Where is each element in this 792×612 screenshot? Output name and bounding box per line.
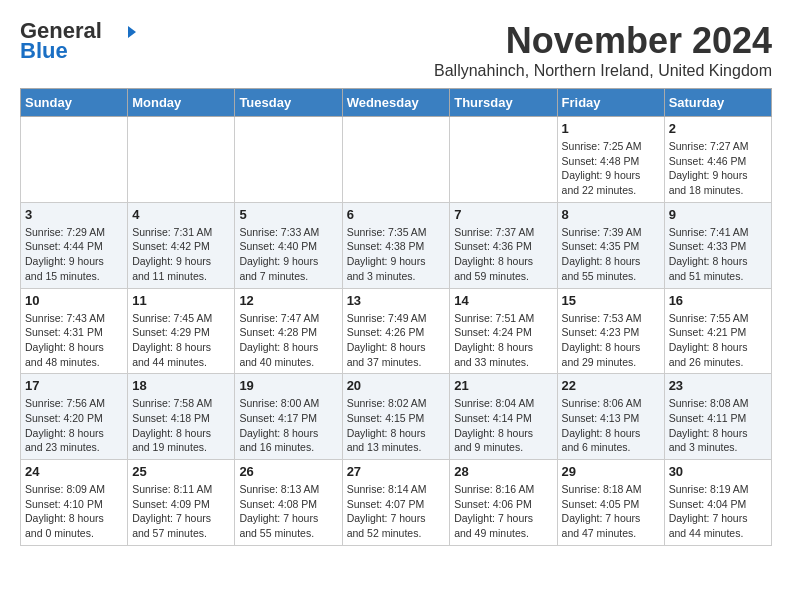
table-row: 14Sunrise: 7:51 AM Sunset: 4:24 PM Dayli… — [450, 288, 557, 374]
day-info: Sunrise: 7:58 AM Sunset: 4:18 PM Dayligh… — [132, 396, 230, 455]
day-number: 18 — [132, 378, 230, 393]
logo-arrow-icon — [108, 23, 136, 41]
table-row: 24Sunrise: 8:09 AM Sunset: 4:10 PM Dayli… — [21, 460, 128, 546]
logo: General Blue — [20, 20, 136, 64]
table-row: 21Sunrise: 8:04 AM Sunset: 4:14 PM Dayli… — [450, 374, 557, 460]
table-row: 9Sunrise: 7:41 AM Sunset: 4:33 PM Daylig… — [664, 202, 771, 288]
table-row: 26Sunrise: 8:13 AM Sunset: 4:08 PM Dayli… — [235, 460, 342, 546]
day-info: Sunrise: 7:39 AM Sunset: 4:35 PM Dayligh… — [562, 225, 660, 284]
day-number: 4 — [132, 207, 230, 222]
calendar-week-row: 3Sunrise: 7:29 AM Sunset: 4:44 PM Daylig… — [21, 202, 772, 288]
day-number: 8 — [562, 207, 660, 222]
day-number: 16 — [669, 293, 767, 308]
calendar-week-row: 17Sunrise: 7:56 AM Sunset: 4:20 PM Dayli… — [21, 374, 772, 460]
day-info: Sunrise: 8:09 AM Sunset: 4:10 PM Dayligh… — [25, 482, 123, 541]
day-number: 2 — [669, 121, 767, 136]
month-year-title: November 2024 — [434, 20, 772, 62]
table-row: 6Sunrise: 7:35 AM Sunset: 4:38 PM Daylig… — [342, 202, 450, 288]
day-number: 13 — [347, 293, 446, 308]
day-number: 6 — [347, 207, 446, 222]
day-info: Sunrise: 8:13 AM Sunset: 4:08 PM Dayligh… — [239, 482, 337, 541]
calendar-table: Sunday Monday Tuesday Wednesday Thursday… — [20, 88, 772, 546]
table-row — [235, 117, 342, 203]
table-row: 15Sunrise: 7:53 AM Sunset: 4:23 PM Dayli… — [557, 288, 664, 374]
table-row: 23Sunrise: 8:08 AM Sunset: 4:11 PM Dayli… — [664, 374, 771, 460]
table-row: 27Sunrise: 8:14 AM Sunset: 4:07 PM Dayli… — [342, 460, 450, 546]
table-row — [450, 117, 557, 203]
day-info: Sunrise: 7:49 AM Sunset: 4:26 PM Dayligh… — [347, 311, 446, 370]
table-row: 7Sunrise: 7:37 AM Sunset: 4:36 PM Daylig… — [450, 202, 557, 288]
table-row: 1Sunrise: 7:25 AM Sunset: 4:48 PM Daylig… — [557, 117, 664, 203]
table-row: 20Sunrise: 8:02 AM Sunset: 4:15 PM Dayli… — [342, 374, 450, 460]
table-row: 13Sunrise: 7:49 AM Sunset: 4:26 PM Dayli… — [342, 288, 450, 374]
day-number: 19 — [239, 378, 337, 393]
day-number: 26 — [239, 464, 337, 479]
day-info: Sunrise: 8:06 AM Sunset: 4:13 PM Dayligh… — [562, 396, 660, 455]
day-info: Sunrise: 8:02 AM Sunset: 4:15 PM Dayligh… — [347, 396, 446, 455]
col-wednesday: Wednesday — [342, 89, 450, 117]
day-info: Sunrise: 7:25 AM Sunset: 4:48 PM Dayligh… — [562, 139, 660, 198]
col-saturday: Saturday — [664, 89, 771, 117]
day-info: Sunrise: 8:19 AM Sunset: 4:04 PM Dayligh… — [669, 482, 767, 541]
day-number: 15 — [562, 293, 660, 308]
calendar-week-row: 10Sunrise: 7:43 AM Sunset: 4:31 PM Dayli… — [21, 288, 772, 374]
day-number: 25 — [132, 464, 230, 479]
day-number: 24 — [25, 464, 123, 479]
day-info: Sunrise: 7:27 AM Sunset: 4:46 PM Dayligh… — [669, 139, 767, 198]
day-info: Sunrise: 7:47 AM Sunset: 4:28 PM Dayligh… — [239, 311, 337, 370]
table-row: 10Sunrise: 7:43 AM Sunset: 4:31 PM Dayli… — [21, 288, 128, 374]
day-info: Sunrise: 7:53 AM Sunset: 4:23 PM Dayligh… — [562, 311, 660, 370]
table-row: 17Sunrise: 7:56 AM Sunset: 4:20 PM Dayli… — [21, 374, 128, 460]
day-number: 11 — [132, 293, 230, 308]
table-row: 5Sunrise: 7:33 AM Sunset: 4:40 PM Daylig… — [235, 202, 342, 288]
day-info: Sunrise: 8:11 AM Sunset: 4:09 PM Dayligh… — [132, 482, 230, 541]
table-row: 28Sunrise: 8:16 AM Sunset: 4:06 PM Dayli… — [450, 460, 557, 546]
day-info: Sunrise: 7:55 AM Sunset: 4:21 PM Dayligh… — [669, 311, 767, 370]
table-row: 4Sunrise: 7:31 AM Sunset: 4:42 PM Daylig… — [128, 202, 235, 288]
day-number: 28 — [454, 464, 552, 479]
table-row — [21, 117, 128, 203]
table-row: 25Sunrise: 8:11 AM Sunset: 4:09 PM Dayli… — [128, 460, 235, 546]
day-number: 29 — [562, 464, 660, 479]
day-info: Sunrise: 8:04 AM Sunset: 4:14 PM Dayligh… — [454, 396, 552, 455]
day-info: Sunrise: 7:37 AM Sunset: 4:36 PM Dayligh… — [454, 225, 552, 284]
col-tuesday: Tuesday — [235, 89, 342, 117]
day-number: 10 — [25, 293, 123, 308]
day-info: Sunrise: 8:16 AM Sunset: 4:06 PM Dayligh… — [454, 482, 552, 541]
calendar-week-row: 24Sunrise: 8:09 AM Sunset: 4:10 PM Dayli… — [21, 460, 772, 546]
day-info: Sunrise: 7:31 AM Sunset: 4:42 PM Dayligh… — [132, 225, 230, 284]
table-row: 29Sunrise: 8:18 AM Sunset: 4:05 PM Dayli… — [557, 460, 664, 546]
table-row: 2Sunrise: 7:27 AM Sunset: 4:46 PM Daylig… — [664, 117, 771, 203]
day-info: Sunrise: 7:33 AM Sunset: 4:40 PM Dayligh… — [239, 225, 337, 284]
day-number: 12 — [239, 293, 337, 308]
day-number: 7 — [454, 207, 552, 222]
col-friday: Friday — [557, 89, 664, 117]
day-number: 14 — [454, 293, 552, 308]
day-info: Sunrise: 7:43 AM Sunset: 4:31 PM Dayligh… — [25, 311, 123, 370]
table-row: 30Sunrise: 8:19 AM Sunset: 4:04 PM Dayli… — [664, 460, 771, 546]
day-number: 22 — [562, 378, 660, 393]
table-row: 22Sunrise: 8:06 AM Sunset: 4:13 PM Dayli… — [557, 374, 664, 460]
table-row: 3Sunrise: 7:29 AM Sunset: 4:44 PM Daylig… — [21, 202, 128, 288]
day-number: 9 — [669, 207, 767, 222]
table-row — [342, 117, 450, 203]
day-info: Sunrise: 7:41 AM Sunset: 4:33 PM Dayligh… — [669, 225, 767, 284]
day-number: 5 — [239, 207, 337, 222]
day-number: 27 — [347, 464, 446, 479]
day-info: Sunrise: 7:29 AM Sunset: 4:44 PM Dayligh… — [25, 225, 123, 284]
table-row: 19Sunrise: 8:00 AM Sunset: 4:17 PM Dayli… — [235, 374, 342, 460]
table-row: 16Sunrise: 7:55 AM Sunset: 4:21 PM Dayli… — [664, 288, 771, 374]
day-info: Sunrise: 8:18 AM Sunset: 4:05 PM Dayligh… — [562, 482, 660, 541]
day-info: Sunrise: 8:00 AM Sunset: 4:17 PM Dayligh… — [239, 396, 337, 455]
page-header: General Blue November 2024 Ballynahinch,… — [20, 20, 772, 80]
day-number: 30 — [669, 464, 767, 479]
svg-marker-0 — [108, 26, 136, 38]
day-number: 23 — [669, 378, 767, 393]
day-number: 20 — [347, 378, 446, 393]
col-sunday: Sunday — [21, 89, 128, 117]
col-thursday: Thursday — [450, 89, 557, 117]
day-info: Sunrise: 7:56 AM Sunset: 4:20 PM Dayligh… — [25, 396, 123, 455]
day-info: Sunrise: 8:08 AM Sunset: 4:11 PM Dayligh… — [669, 396, 767, 455]
day-number: 17 — [25, 378, 123, 393]
table-row: 12Sunrise: 7:47 AM Sunset: 4:28 PM Dayli… — [235, 288, 342, 374]
